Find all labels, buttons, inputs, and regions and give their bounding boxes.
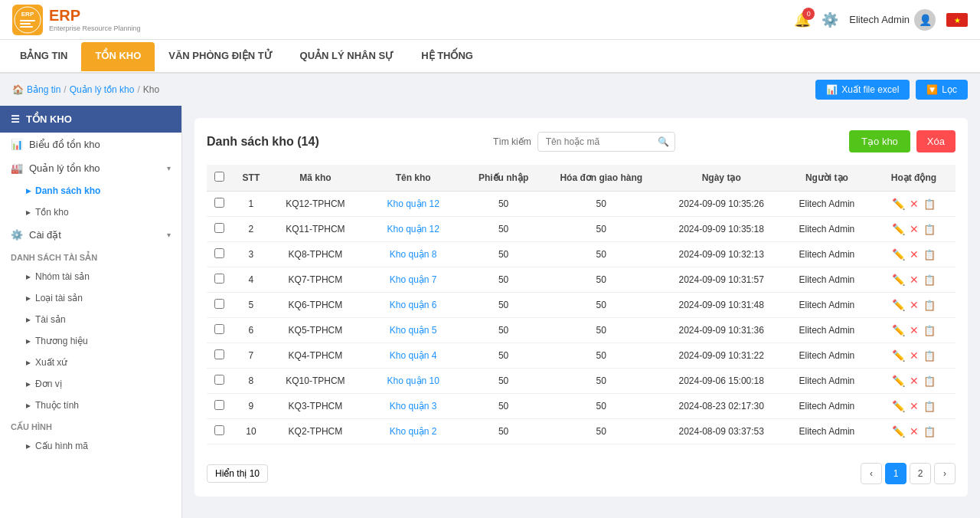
sidebar-item-danh-sach-kho[interactable]: ▸ Danh sách kho bbox=[8, 180, 181, 202]
delete-icon-2[interactable]: ✕ bbox=[910, 248, 919, 261]
delete-icon-8[interactable]: ✕ bbox=[910, 400, 919, 412]
cell-tenkho-5[interactable]: Kho quận 5 bbox=[361, 318, 466, 343]
export-icon-0[interactable]: 📋 bbox=[923, 198, 936, 210]
cell-stt-4: 5 bbox=[232, 293, 270, 318]
page-2-button[interactable]: 2 bbox=[910, 463, 931, 484]
sidebar-item-bieu-do[interactable]: 📊 Biểu đồ tồn kho bbox=[0, 133, 181, 156]
row-checkbox-1[interactable] bbox=[214, 223, 224, 233]
export-icon-6[interactable]: 📋 bbox=[923, 350, 936, 362]
row-checkbox-0[interactable] bbox=[214, 198, 224, 208]
export-icon-8[interactable]: 📋 bbox=[923, 401, 936, 412]
row-checkbox-4[interactable] bbox=[214, 299, 224, 309]
sidebar-item-cau-hinh-ma[interactable]: ▸ Cấu hình mã bbox=[8, 435, 181, 457]
sidebar-item-thuoc-tinh[interactable]: ▸ Thuộc tính bbox=[8, 395, 181, 416]
delete-icon-5[interactable]: ✕ bbox=[910, 324, 919, 336]
row-checkbox-2[interactable] bbox=[214, 248, 224, 258]
cell-stt-3: 4 bbox=[232, 267, 270, 293]
row-checkbox-3[interactable] bbox=[214, 274, 224, 284]
create-kho-button[interactable]: Tạo kho bbox=[849, 130, 910, 152]
breadcrumb-quan-ly-ton-kho[interactable]: Quản lý tồn kho bbox=[70, 84, 135, 95]
sidebar-item-nhom-tai-san[interactable]: ▸ Nhóm tài sản bbox=[8, 266, 181, 287]
search-input-wrap: 🔍 bbox=[537, 132, 675, 152]
sidebar-cai-dat-left: ⚙️ Cài đặt bbox=[11, 229, 61, 241]
sidebar-item-cai-dat[interactable]: ⚙️ Cài đặt ▾ bbox=[0, 223, 181, 247]
row-checkbox-8[interactable] bbox=[214, 400, 224, 410]
nav-item-nhan-su[interactable]: QUẢN LÝ NHÂN SỰ bbox=[286, 42, 408, 71]
cell-tenkho-2[interactable]: Kho quận 8 bbox=[361, 242, 466, 267]
row-checkbox-7[interactable] bbox=[214, 375, 224, 385]
export-excel-button[interactable]: 📊 Xuất file excel bbox=[815, 80, 910, 100]
settings-button[interactable]: ⚙️ bbox=[822, 11, 838, 28]
cell-tenkho-9[interactable]: Kho quận 2 bbox=[361, 419, 466, 444]
row-checkbox-cell bbox=[207, 369, 232, 394]
delete-icon-1[interactable]: ✕ bbox=[910, 223, 919, 235]
export-icon-9[interactable]: 📋 bbox=[923, 426, 936, 438]
nav-item-bang-tin[interactable]: BẢNG TIN bbox=[6, 42, 81, 71]
nav-item-van-phong[interactable]: VĂN PHÒNG ĐIỆN TỬ bbox=[155, 42, 286, 71]
export-icon-2[interactable]: 📋 bbox=[923, 249, 936, 261]
edit-icon-5[interactable]: ✏️ bbox=[892, 324, 905, 336]
delete-icon-9[interactable]: ✕ bbox=[910, 425, 919, 438]
delete-icon-3[interactable]: ✕ bbox=[910, 274, 919, 286]
row-checkbox-6[interactable] bbox=[214, 349, 224, 359]
delete-kho-button[interactable]: Xóa bbox=[916, 130, 956, 152]
cell-tenkho-7[interactable]: Kho quận 10 bbox=[361, 369, 466, 394]
breadcrumb-bang-tin[interactable]: Bảng tin bbox=[27, 84, 60, 95]
cell-nguoitao-4: Elitech Admin bbox=[782, 293, 872, 318]
cell-phieunhap-9: 50 bbox=[466, 419, 541, 444]
edit-icon-7[interactable]: ✏️ bbox=[892, 375, 905, 387]
edit-icon-3[interactable]: ✏️ bbox=[892, 274, 905, 286]
cell-tenkho-6[interactable]: Kho quận 4 bbox=[361, 343, 466, 369]
cell-phieunhap-3: 50 bbox=[466, 267, 541, 293]
show-count-button[interactable]: Hiển thị 10 bbox=[207, 464, 268, 483]
export-icon-3[interactable]: 📋 bbox=[923, 274, 936, 286]
section-tai-san-label: DANH SÁCH TÀI SẢN bbox=[0, 247, 181, 266]
section-cau-hinh-label: CẤU HÌNH bbox=[0, 416, 181, 435]
cell-tenkho-3[interactable]: Kho quận 7 bbox=[361, 267, 466, 293]
filter-button[interactable]: 🔽 Lọc bbox=[916, 80, 968, 100]
cell-tenkho-4[interactable]: Kho quận 6 bbox=[361, 293, 466, 318]
row-checkbox-5[interactable] bbox=[214, 324, 224, 334]
export-icon-1[interactable]: 📋 bbox=[923, 224, 936, 235]
sidebar-quan-ly-label: Quản lý tồn kho bbox=[29, 162, 100, 174]
sidebar-item-xuat-xu[interactable]: ▸ Xuất xứ bbox=[8, 352, 181, 373]
cell-tenkho-8[interactable]: Kho quận 3 bbox=[361, 394, 466, 419]
row-checkbox-9[interactable] bbox=[214, 425, 224, 435]
delete-icon-6[interactable]: ✕ bbox=[910, 349, 919, 362]
prev-page-button[interactable]: ‹ bbox=[861, 463, 882, 484]
search-area: Tìm kiếm 🔍 bbox=[493, 132, 675, 152]
edit-icon-6[interactable]: ✏️ bbox=[892, 349, 905, 362]
sidebar-item-loai-tai-san[interactable]: ▸ Loại tài sản bbox=[8, 287, 181, 309]
export-icon-7[interactable]: 📋 bbox=[923, 375, 936, 387]
cell-tenkho-0[interactable]: Kho quận 12 bbox=[361, 192, 466, 217]
sidebar-item-ton-kho[interactable]: ▸ Tồn kho bbox=[8, 202, 181, 223]
cell-actions-0: ✏️ ✕ 📋 bbox=[872, 192, 956, 217]
page-1-button[interactable]: 1 bbox=[885, 463, 906, 484]
export-icon-5[interactable]: 📋 bbox=[923, 325, 936, 336]
select-all-checkbox[interactable] bbox=[214, 172, 224, 182]
edit-icon-0[interactable]: ✏️ bbox=[892, 198, 905, 210]
edit-icon-8[interactable]: ✏️ bbox=[892, 400, 905, 412]
delete-icon-4[interactable]: ✕ bbox=[910, 299, 919, 311]
cell-tenkho-1[interactable]: Kho quận 12 bbox=[361, 217, 466, 242]
edit-icon-2[interactable]: ✏️ bbox=[892, 248, 905, 261]
edit-icon-4[interactable]: ✏️ bbox=[892, 299, 905, 311]
notification-badge: 0 bbox=[802, 8, 815, 20]
delete-icon-7[interactable]: ✕ bbox=[910, 375, 919, 387]
edit-icon-9[interactable]: ✏️ bbox=[892, 425, 905, 438]
nav-item-ton-kho[interactable]: TỒN KHO bbox=[81, 42, 155, 71]
nav-item-he-thong[interactable]: HỆ THỐNG bbox=[407, 42, 487, 71]
next-page-button[interactable]: › bbox=[934, 463, 956, 484]
delete-icon-0[interactable]: ✕ bbox=[910, 198, 919, 210]
sidebar-item-quan-ly-ton-kho[interactable]: 🏭 Quản lý tồn kho ▾ bbox=[0, 156, 181, 180]
cell-stt-1: 2 bbox=[232, 217, 270, 242]
sidebar-item-tai-san[interactable]: ▸ Tài sản bbox=[8, 309, 181, 330]
row-checkbox-cell bbox=[207, 293, 232, 318]
export-icon-4[interactable]: 📋 bbox=[923, 300, 936, 311]
sidebar-item-thuong-hieu[interactable]: ▸ Thương hiệu bbox=[8, 330, 181, 352]
notification-button[interactable]: 🔔 0 bbox=[794, 11, 811, 28]
search-input[interactable] bbox=[537, 132, 675, 152]
sidebar-item-don-vi[interactable]: ▸ Đơn vị bbox=[8, 373, 181, 395]
edit-icon-1[interactable]: ✏️ bbox=[892, 223, 905, 235]
cell-actions-5: ✏️ ✕ 📋 bbox=[872, 318, 956, 343]
